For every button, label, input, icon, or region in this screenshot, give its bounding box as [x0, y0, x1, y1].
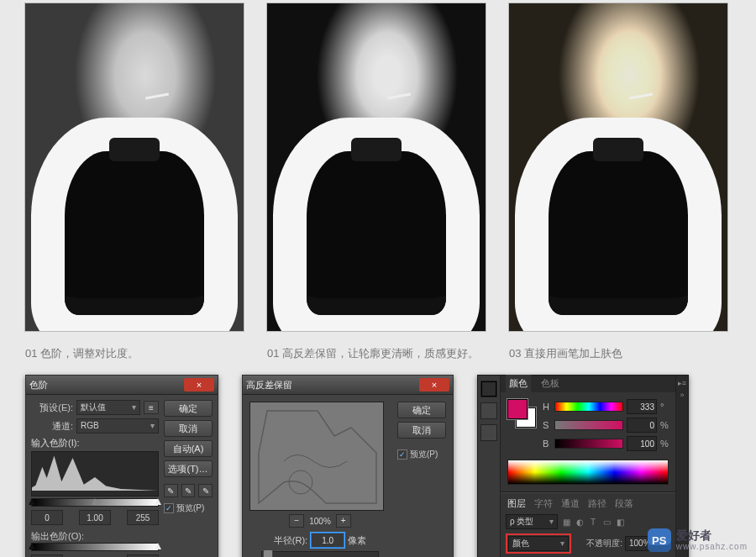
- hue-label: H: [543, 402, 551, 412]
- percent-unit: %: [660, 439, 669, 449]
- cancel-button[interactable]: 取消: [397, 422, 446, 439]
- input-black[interactable]: [31, 510, 63, 525]
- sat-input[interactable]: [627, 418, 657, 433]
- caption-1: 01 色阶，调整对比度。: [25, 346, 244, 361]
- hue-slider[interactable]: [554, 402, 623, 412]
- tab-character[interactable]: 字符: [533, 497, 554, 511]
- output-levels-label: 输出色阶(O):: [31, 530, 159, 543]
- zoom-value: 100%: [309, 517, 331, 526]
- filter-adjust-icon[interactable]: ◐: [575, 518, 585, 527]
- vest-shape: [549, 151, 688, 315]
- blend-mode-highlight: 颜色: [506, 533, 571, 554]
- eyedropper-white-icon[interactable]: ✎: [198, 484, 213, 497]
- watermark-logo: PS: [648, 528, 671, 552]
- vest-shape: [65, 151, 204, 315]
- radius-input[interactable]: [311, 533, 344, 548]
- watermark-cn: 爱好者: [676, 529, 748, 542]
- out-white-handle[interactable]: [155, 543, 161, 549]
- radius-slider-handle[interactable]: [263, 549, 273, 557]
- layer-filter-dropdown[interactable]: ρ 类型: [506, 514, 558, 529]
- levels-titlebar[interactable]: 色阶 ×: [26, 376, 218, 395]
- tab-color[interactable]: 颜色: [506, 375, 531, 392]
- layer-tabs: 图层 字符 通道 路径 段落: [501, 493, 675, 512]
- preview-checkbox[interactable]: ✓: [164, 503, 174, 513]
- fg-color-swatch[interactable]: [507, 399, 528, 419]
- color-tabs: 颜色 色板: [501, 376, 675, 392]
- radius-label: 半径(R):: [274, 534, 307, 547]
- panel-menu-icon[interactable]: ▸≡: [678, 379, 686, 387]
- histogram: [31, 451, 159, 497]
- output-slider[interactable]: [31, 543, 159, 551]
- bri-slider[interactable]: [554, 439, 623, 449]
- portrait-highpass: [267, 3, 486, 331]
- panel-collapse-icon[interactable]: »: [680, 391, 684, 399]
- close-icon[interactable]: ×: [184, 378, 214, 391]
- bri-input[interactable]: [627, 436, 657, 451]
- ok-button[interactable]: 确定: [164, 400, 213, 417]
- highpass-preview[interactable]: [249, 402, 384, 511]
- input-white[interactable]: [127, 510, 159, 525]
- color-swatches[interactable]: [507, 399, 536, 428]
- hue-input[interactable]: [627, 399, 657, 414]
- tool-icon[interactable]: [480, 402, 497, 419]
- gamma-handle[interactable]: [92, 498, 98, 505]
- portrait-row: [25, 3, 731, 331]
- layer-filter-icons: ▦ ◐ T ▭ ◧: [561, 518, 625, 527]
- preset-menu-icon[interactable]: ≡: [144, 401, 159, 414]
- highpass-title: 高反差保留: [246, 379, 292, 391]
- levels-dialog: 色阶 × 预设(E): 默认值 ≡ 通道: RGB 输入色阶(I):: [25, 375, 218, 557]
- sat-slider[interactable]: [554, 420, 623, 430]
- tab-swatches[interactable]: 色板: [538, 375, 563, 392]
- tab-paragraph[interactable]: 段落: [613, 497, 635, 511]
- portrait-skinpaint: [509, 3, 727, 331]
- degree-unit: °: [660, 402, 669, 412]
- tab-channels[interactable]: 通道: [559, 497, 581, 511]
- input-gamma[interactable]: [79, 510, 111, 525]
- input-slider[interactable]: [31, 498, 159, 507]
- black-point-handle[interactable]: [29, 498, 35, 505]
- filter-smart-icon[interactable]: ◧: [615, 518, 625, 527]
- sat-label: S: [543, 420, 551, 430]
- filter-type-icon[interactable]: T: [588, 518, 598, 527]
- color-spectrum[interactable]: [507, 460, 669, 485]
- highpass-dialog: 高反差保留 × − 100%: [242, 375, 454, 557]
- tool-icon[interactable]: [480, 381, 497, 397]
- cigarette-shape: [145, 93, 169, 100]
- blend-mode-dropdown[interactable]: 颜色: [508, 536, 569, 551]
- tab-layers[interactable]: 图层: [506, 497, 528, 511]
- close-icon[interactable]: ×: [419, 378, 449, 391]
- tool-icon[interactable]: [480, 424, 497, 441]
- radius-slider[interactable]: [261, 551, 379, 557]
- percent-unit: %: [660, 420, 669, 430]
- watermark-url: www.psahz.com: [676, 542, 748, 551]
- ok-button[interactable]: 确定: [397, 402, 446, 418]
- radius-unit: 像素: [348, 534, 366, 547]
- out-black-handle[interactable]: [29, 543, 35, 549]
- filter-pixel-icon[interactable]: ▦: [561, 518, 571, 527]
- cancel-button[interactable]: 取消: [164, 420, 213, 437]
- filter-shape-icon[interactable]: ▭: [601, 518, 612, 527]
- opacity-label: 不透明度:: [586, 538, 622, 549]
- highpass-titlebar[interactable]: 高反差保留 ×: [243, 376, 453, 395]
- white-point-handle[interactable]: [155, 498, 161, 505]
- bowtie-shape: [351, 138, 402, 161]
- auto-button[interactable]: 自动(A): [164, 440, 213, 457]
- channel-label: 通道:: [31, 420, 73, 433]
- ps-mini-toolbar: [478, 376, 501, 557]
- portrait-original: [25, 3, 244, 331]
- tab-paths[interactable]: 路径: [586, 497, 608, 511]
- cigarette-shape: [629, 93, 653, 100]
- preview-label: 预览(P): [176, 502, 204, 514]
- zoom-out-button[interactable]: −: [289, 514, 304, 528]
- watermark: PS 爱好者 www.psahz.com: [648, 528, 748, 552]
- bri-label: B: [543, 439, 551, 449]
- options-button[interactable]: 选项(T)…: [164, 460, 213, 477]
- cigarette-shape: [387, 93, 411, 100]
- preset-dropdown[interactable]: 默认值: [76, 400, 140, 415]
- preview-checkbox[interactable]: ✓: [397, 449, 407, 460]
- zoom-in-button[interactable]: +: [336, 514, 351, 528]
- input-levels-label: 输入色阶(I):: [31, 437, 159, 449]
- channel-dropdown[interactable]: RGB: [76, 418, 159, 434]
- eyedropper-black-icon[interactable]: ✎: [164, 484, 178, 497]
- eyedropper-gray-icon[interactable]: ✎: [181, 484, 196, 497]
